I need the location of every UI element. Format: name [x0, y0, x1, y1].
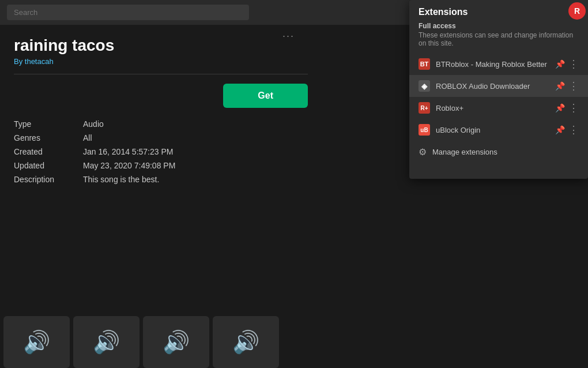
created-label: Created: [14, 147, 83, 156]
more-button[interactable]: ···: [282, 30, 295, 42]
ext-more-3[interactable]: ⋮: [568, 102, 579, 114]
ext-more-2[interactable]: ⋮: [568, 80, 579, 92]
roblox-logo[interactable]: R: [568, 2, 586, 20]
extension-name-1: BTRoblox - Making Roblox Better: [436, 60, 555, 69]
rad-icon: ◈: [419, 80, 430, 92]
ext-pin-2[interactable]: 📌: [555, 81, 565, 91]
extension-item-2[interactable]: ◈ ROBLOX Audio Downloader 📌 ⋮: [409, 75, 588, 97]
roblox-logo-r: R: [574, 6, 580, 16]
updated-label: Updated: [14, 161, 83, 170]
divider: [14, 74, 308, 74]
description-label: Description: [14, 175, 83, 184]
author-name[interactable]: thetacah: [25, 57, 54, 66]
audio-card-2[interactable]: 🔊: [73, 316, 140, 368]
speaker-icon-2: 🔊: [93, 329, 120, 355]
extension-item-4[interactable]: uB uBlock Origin 📌 ⋮: [409, 119, 588, 141]
ext-more-1[interactable]: ⋮: [568, 58, 579, 70]
audio-cards: 🔊 🔊 🔊 🔊: [0, 316, 282, 368]
extensions-list: BT BTRoblox - Making Roblox Better 📌 ⋮ ◈…: [409, 53, 588, 141]
get-button[interactable]: Get: [223, 84, 308, 108]
bt-icon: BT: [419, 58, 430, 70]
audio-card-1[interactable]: 🔊: [3, 316, 70, 368]
manage-extensions-label: Manage extensions: [432, 148, 497, 156]
manage-extensions-item[interactable]: ⚙ Manage extensions: [409, 141, 588, 163]
extensions-title: Extensions: [409, 0, 588, 20]
speaker-icon-1: 🔊: [23, 329, 50, 355]
rplus-icon: R+: [419, 102, 430, 114]
search-input[interactable]: [7, 5, 249, 20]
ub-icon: uB: [419, 124, 430, 136]
get-button-container: Get: [14, 84, 308, 108]
extension-name-3: Roblox+: [436, 104, 555, 112]
extension-item-1[interactable]: BT BTRoblox - Making Roblox Better 📌 ⋮: [409, 53, 588, 75]
audio-card-3[interactable]: 🔊: [143, 316, 209, 368]
ext-pin-4[interactable]: 📌: [555, 125, 565, 134]
ext-pin-1[interactable]: 📌: [555, 59, 565, 69]
gear-icon: ⚙: [419, 147, 427, 157]
extension-item-3[interactable]: R+ Roblox+ 📌 ⋮: [409, 97, 588, 119]
audio-card-4[interactable]: 🔊: [213, 316, 279, 368]
type-label: Type: [14, 119, 83, 129]
ext-pin-3[interactable]: 📌: [555, 103, 565, 112]
speaker-icon-4: 🔊: [232, 329, 259, 355]
extensions-access-desc: These extensions can see and change info…: [409, 31, 588, 53]
extensions-panel: ✕ Extensions Full access These extension…: [409, 0, 588, 179]
extension-name-4: uBlock Origin: [436, 126, 555, 134]
author-prefix: By: [14, 57, 22, 66]
genres-label: Genres: [14, 133, 83, 142]
extensions-access-label: Full access: [409, 20, 588, 31]
extension-name-2: ROBLOX Audio Downloader: [436, 82, 555, 91]
ext-more-4[interactable]: ⋮: [568, 123, 579, 136]
speaker-icon-3: 🔊: [163, 329, 190, 355]
